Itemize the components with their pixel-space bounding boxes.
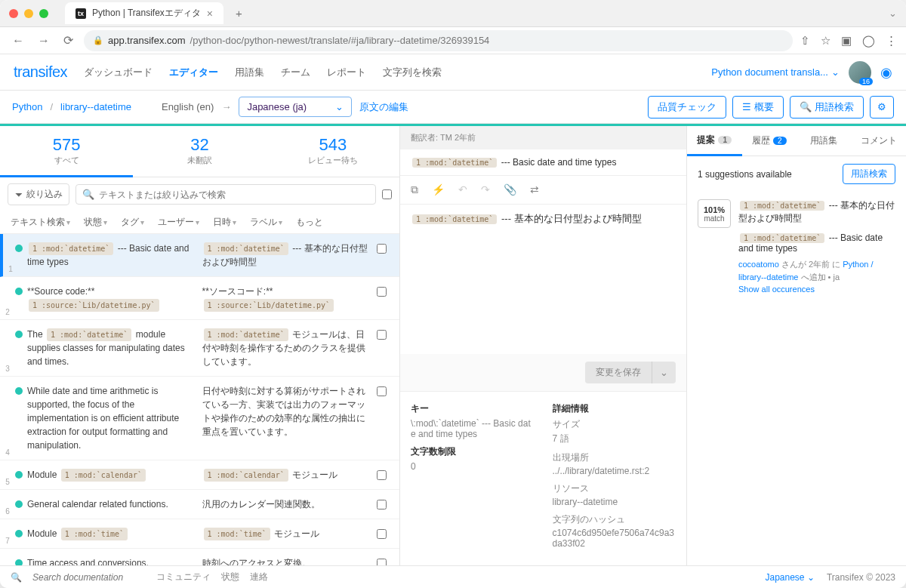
footer-status[interactable]: 状態 [221, 571, 239, 583]
col-date[interactable]: 日時▾ [213, 216, 236, 229]
string-row[interactable]: 2 **Source code:** 1 :source:`Lib/dateti… [0, 277, 399, 320]
nav-editor[interactable]: エディター [169, 66, 218, 79]
tab-close-icon[interactable]: × [207, 8, 213, 20]
footer-contact[interactable]: 連絡 [250, 571, 268, 583]
star-icon[interactable]: ☆ [821, 34, 830, 48]
url-field[interactable]: 🔒 app.transifex.com/python-doc/python-ne… [84, 30, 793, 51]
profile-icon[interactable]: ◯ [862, 34, 875, 48]
doc-search-input[interactable] [32, 572, 146, 583]
row-checkbox[interactable] [377, 500, 387, 509]
footer: 🔍 コミュニティ 状態 連絡 Japanese ⌄ Transifex © 20… [0, 565, 906, 588]
nav-search-strings[interactable]: 文字列を検索 [383, 66, 442, 79]
status-dot [15, 530, 23, 537]
settings-icon[interactable]: ⇄ [530, 183, 539, 196]
glossary-search-button[interactable]: 用語検索 [843, 164, 895, 184]
nav-glossary[interactable]: 用語集 [235, 66, 264, 79]
translation-input[interactable]: 1 :mod:`datetime` --- 基本的な日付型および時間型 [400, 205, 686, 354]
title-bar: tx Python | Transifexエディタ × + ⌄ [0, 0, 906, 27]
suggestions-count: 1 suggestions available [698, 169, 792, 180]
window-maximize-icon[interactable] [39, 9, 48, 18]
window-close-icon[interactable] [9, 9, 18, 18]
machine-translate-icon[interactable]: ⚡ [432, 183, 445, 196]
string-row[interactable]: 8 Time access and conversions. 時刻へのアクセスと… [0, 549, 399, 565]
string-row[interactable]: 5 Module 1 :mod:`calendar` 1 :mod:`calen… [0, 460, 399, 490]
string-row[interactable]: 4 While date and time arithmetic is supp… [0, 377, 399, 460]
tab-history[interactable]: 履歴2 [742, 126, 797, 155]
avatar[interactable]: 16 [849, 61, 871, 84]
target-text: 1 :mod:`datetime` --- 基本的な日付型および時間型 [202, 242, 373, 269]
editor-toolbar: ⧉ ⚡ ↶ ↷ 📎 ⇄ [400, 176, 686, 205]
footer-lang-select[interactable]: Japanese ⌄ [766, 572, 815, 583]
status-dot [15, 331, 23, 338]
forward-icon[interactable]: → [35, 31, 53, 51]
row-checkbox[interactable] [377, 287, 387, 297]
row-checkbox[interactable] [377, 244, 387, 254]
row-checkbox[interactable] [377, 470, 387, 480]
window-minimize-icon[interactable] [24, 9, 33, 18]
source-lang[interactable]: English (en) [162, 101, 214, 112]
project-selector[interactable]: Python document transla... ⌄ [711, 66, 840, 78]
tab-comments[interactable]: コメント [852, 126, 907, 155]
filter-button[interactable]: ⏷ 絞り込み [8, 183, 69, 205]
col-tag[interactable]: タグ▾ [121, 216, 144, 229]
col-label[interactable]: ラベル▾ [250, 216, 282, 229]
attach-icon[interactable]: 📎 [504, 183, 516, 196]
stat-review[interactable]: 543 レビュー待ち [267, 126, 399, 177]
stat-untranslated[interactable]: 32 未翻訳 [133, 126, 266, 177]
col-status[interactable]: 状態▾ [84, 216, 107, 229]
redo-icon[interactable]: ↷ [481, 183, 490, 196]
browser-tab[interactable]: tx Python | Transifexエディタ × [65, 2, 223, 24]
quality-check-button[interactable]: 品質チェック [648, 96, 726, 119]
compass-icon[interactable]: ◉ [880, 64, 892, 81]
status-dot [15, 471, 23, 479]
status-dot [15, 288, 23, 295]
tab-suggestions[interactable]: 提案1 [687, 126, 742, 156]
settings-icon[interactable]: ⚙ [870, 96, 894, 119]
share-icon[interactable]: ⇧ [800, 34, 810, 48]
back-icon[interactable]: ← [9, 31, 27, 51]
footer-community[interactable]: コミュニティ [156, 571, 211, 583]
string-row[interactable]: 6 General calendar related functions. 汎用… [0, 490, 399, 519]
overview-button[interactable]: ☰ 概要 [732, 96, 784, 119]
crumb-resource[interactable]: library--datetime [60, 101, 131, 112]
save-button[interactable]: 変更を保存 [585, 362, 652, 383]
menu-icon[interactable]: ⋮ [886, 34, 897, 48]
reload-icon[interactable]: ⟳ [60, 30, 76, 51]
row-checkbox[interactable] [377, 330, 387, 340]
chevron-down-icon[interactable]: ⌄ [889, 8, 897, 19]
key-value: \:mod\:`datetime` --- Basic date and tim… [411, 418, 535, 439]
target-text: 汎用のカレンダー関連関数。 [202, 497, 373, 511]
nav-dashboard[interactable]: ダッシュボード [84, 66, 153, 79]
search-input[interactable] [99, 189, 369, 200]
string-row[interactable]: 7 Module 1 :mod:`time` 1 :mod:`time` モジュ… [0, 519, 399, 549]
source-text: 1 :mod:`datetime` --- Basic date and tim… [27, 242, 198, 269]
undo-icon[interactable]: ↶ [458, 183, 467, 196]
extensions-icon[interactable]: ▣ [841, 34, 852, 48]
col-text[interactable]: テキスト検索▾ [11, 216, 70, 229]
save-dropdown[interactable]: ⌄ [652, 362, 676, 383]
brand-logo[interactable]: transifex [14, 63, 67, 81]
col-more[interactable]: もっと [296, 216, 323, 229]
crumb-project[interactable]: Python [12, 101, 42, 112]
col-user[interactable]: ユーザー▾ [158, 216, 199, 229]
string-row[interactable]: 1 1 :mod:`datetime` --- Basic date and t… [0, 234, 399, 277]
copy-icon[interactable]: ⧉ [411, 183, 418, 196]
glossary-search-button[interactable]: 🔍 用語検索 [790, 96, 864, 119]
source-text: Time access and conversions. [27, 556, 198, 565]
new-tab-icon[interactable]: + [236, 7, 242, 20]
string-row[interactable]: 3 The 1 :mod:`datetime` module supplies … [0, 320, 399, 377]
tab-glossary[interactable]: 用語集 [797, 126, 852, 155]
stat-all[interactable]: 575 すべて [0, 126, 133, 177]
show-all-link[interactable]: Show all occurences [738, 285, 815, 294]
select-all-checkbox[interactable] [382, 189, 392, 199]
edit-source-link[interactable]: 原文の編集 [359, 100, 408, 114]
row-checkbox[interactable] [377, 559, 387, 565]
nav-team[interactable]: チーム [281, 66, 310, 79]
target-text: **ソースコード:** 1 :source:`Lib/datetime.py` [202, 285, 373, 312]
row-checkbox[interactable] [377, 386, 387, 396]
suggestion-card[interactable]: 101% match 1 :mod:`datetime` --- 基本的な日付型… [687, 192, 906, 303]
target-lang-select[interactable]: Japanese (ja) ⌄ [239, 97, 352, 117]
string-search[interactable]: 🔍 [76, 184, 376, 205]
row-checkbox[interactable] [377, 529, 387, 539]
nav-report[interactable]: レポート [327, 66, 366, 79]
